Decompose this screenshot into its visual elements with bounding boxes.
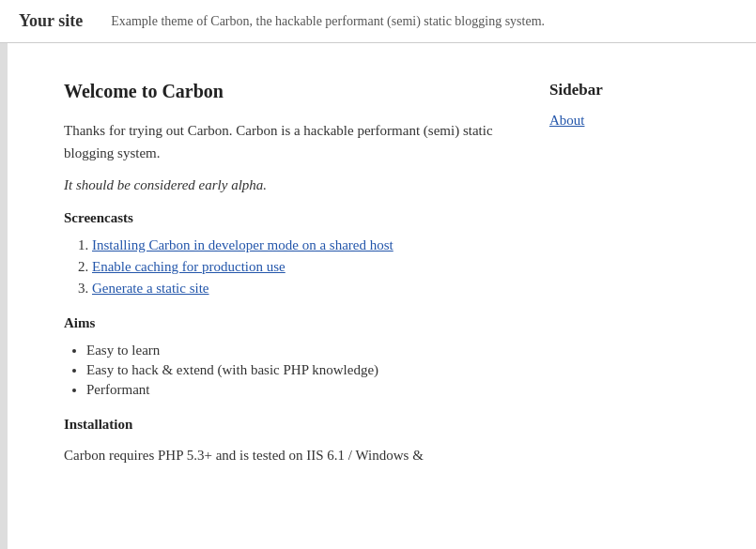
- main-content: Welcome to Carbon Thanks for trying out …: [64, 81, 512, 512]
- intro-paragraph: Thanks for trying out Carbon. Carbon is …: [64, 119, 512, 164]
- screencasts-list: Installing Carbon in developer mode on a…: [92, 237, 512, 297]
- sidebar: Sidebar About: [549, 81, 718, 512]
- aims-heading: Aims: [64, 315, 512, 331]
- sidebar-about-link[interactable]: About: [549, 113, 718, 129]
- list-item: Easy to learn: [86, 343, 512, 358]
- list-item: Performant: [86, 382, 512, 398]
- installation-heading: Installation: [64, 417, 512, 433]
- screencast-link-2[interactable]: Enable caching for production use: [92, 259, 285, 274]
- list-item: Enable caching for production use: [92, 259, 512, 275]
- screencasts-heading: Screencasts: [64, 210, 512, 226]
- screencast-link-3[interactable]: Generate a static site: [92, 281, 209, 296]
- left-border: [0, 43, 8, 549]
- site-header: Your site Example theme of Carbon, the h…: [0, 0, 756, 43]
- site-title: Your site: [19, 11, 83, 31]
- alpha-notice: It should be considered early alpha.: [64, 177, 512, 193]
- page-title: Welcome to Carbon: [64, 81, 512, 102]
- aims-list: Easy to learn Easy to hack & extend (wit…: [86, 343, 512, 398]
- list-item: Easy to hack & extend (with basic PHP kn…: [86, 362, 512, 378]
- site-tagline: Example theme of Carbon, the hackable pe…: [111, 14, 545, 29]
- screencast-link-1[interactable]: Installing Carbon in developer mode on a…: [92, 237, 393, 252]
- installation-text: Carbon requires PHP 5.3+ and is tested o…: [64, 444, 512, 466]
- sidebar-title: Sidebar: [549, 81, 718, 99]
- list-item: Installing Carbon in developer mode on a…: [92, 237, 512, 253]
- list-item: Generate a static site: [92, 281, 512, 297]
